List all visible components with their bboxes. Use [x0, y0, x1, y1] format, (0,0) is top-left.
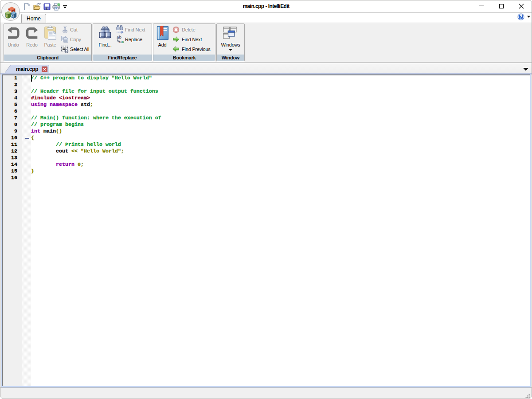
svg-text:F: F — [5, 13, 8, 18]
svg-text:c: c — [121, 39, 124, 43]
svg-text:?: ? — [520, 14, 522, 20]
svg-text:C: C — [11, 13, 14, 18]
